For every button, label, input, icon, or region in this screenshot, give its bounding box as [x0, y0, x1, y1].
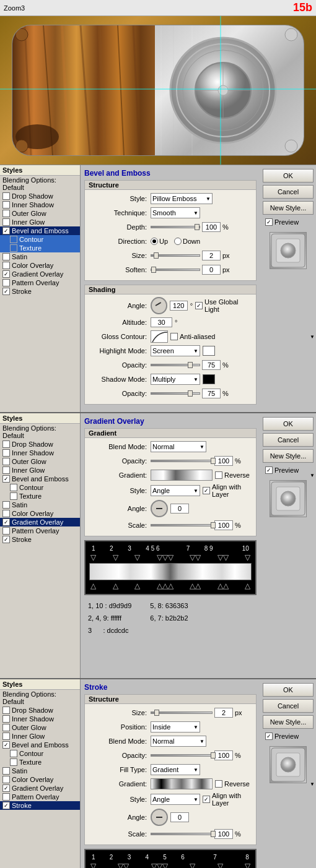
blending-options-3[interactable]: Blending Options: Default	[0, 690, 80, 706]
stroke-1[interactable]: Stroke	[0, 287, 80, 296]
angle-dial-3[interactable]	[151, 809, 168, 826]
shadow-opacity-value[interactable]: 75	[202, 389, 221, 398]
opacity-value-3[interactable]: 100	[214, 750, 233, 760]
cancel-button-2[interactable]: Cancel	[263, 433, 314, 447]
pattern-overlay-2[interactable]: Pattern Overlay	[0, 526, 80, 535]
preview-check-1[interactable]: Preview	[263, 217, 314, 227]
stroke-2[interactable]: Stroke	[0, 535, 80, 544]
gradient-overlay-check-1[interactable]	[2, 270, 10, 278]
new-style-button-2[interactable]: New Style...	[263, 449, 314, 463]
blending-options-2[interactable]: Blending Options: Default	[0, 424, 80, 440]
angle-value[interactable]: 120	[170, 301, 188, 311]
contour-1[interactable]: Contour	[0, 235, 80, 244]
opacity-slider-2[interactable]: 100 %	[151, 456, 241, 466]
preview-check-2[interactable]: Preview	[263, 465, 314, 475]
depth-value[interactable]: 100	[202, 222, 221, 232]
bevel-emboss-2[interactable]: Bevel and Emboss	[0, 475, 80, 483]
global-light-check[interactable]	[195, 302, 203, 309]
shadow-mode-dropdown[interactable]: Multiply ▼	[151, 374, 200, 385]
gradient-overlay-2[interactable]: Gradient Overlay	[0, 518, 80, 526]
color-overlay-1[interactable]: Color Overlay	[0, 261, 80, 270]
shadow-color[interactable]	[203, 374, 215, 384]
outer-glow-3[interactable]: Outer Glow	[0, 723, 80, 732]
direction-down[interactable]	[174, 238, 182, 245]
scale-value-2[interactable]: 100	[214, 520, 233, 530]
scale-slider-2[interactable]: 100 %	[151, 520, 241, 530]
direction-up[interactable]	[151, 238, 158, 245]
pattern-overlay-1[interactable]: Pattern Overlay	[0, 278, 80, 287]
inner-shadow-3[interactable]: Inner Shadow	[0, 715, 80, 723]
satin-3[interactable]: Satin	[0, 767, 80, 775]
depth-slider[interactable]: 100 %	[151, 222, 229, 232]
texture-1[interactable]: Texture	[0, 244, 80, 252]
color-overlay-2[interactable]: Color Overlay	[0, 509, 80, 518]
blending-options-1[interactable]: Blending Options: Default	[0, 176, 80, 192]
blend-mode-dropdown-2[interactable]: Normal ▼	[151, 441, 206, 452]
gradient-overlay-3[interactable]: Gradient Overlay	[0, 784, 80, 793]
gradient-overlay-1[interactable]: Gradient Overlay	[0, 270, 80, 278]
scale-value-3[interactable]: 100	[214, 829, 233, 839]
angle-dial-2[interactable]	[151, 500, 168, 517]
cancel-button-3[interactable]: Cancel	[263, 699, 314, 713]
gradient-preview-2[interactable]	[151, 470, 213, 481]
size-slider-3[interactable]: 2 px	[151, 708, 242, 718]
shadow-opacity-slider[interactable]: 75 %	[151, 389, 229, 398]
soften-slider[interactable]: 0 px	[151, 265, 230, 275]
angle-value-2[interactable]: 0	[170, 504, 189, 513]
opacity-value-2[interactable]: 100	[214, 456, 233, 466]
cancel-button-1[interactable]: Cancel	[263, 185, 314, 199]
size-value-3[interactable]: 2	[214, 708, 233, 718]
texture-3[interactable]: Texture	[0, 758, 80, 767]
opacity-slider-3[interactable]: 100 %	[151, 750, 241, 760]
stroke-3[interactable]: Stroke	[0, 801, 80, 810]
highlight-opacity-slider[interactable]: 75 %	[151, 360, 229, 370]
angle-value-3[interactable]: 0	[170, 812, 189, 822]
angle-dial[interactable]	[151, 297, 167, 314]
drop-shadow-1[interactable]: Drop Shadow	[0, 192, 80, 200]
inner-glow-check-1[interactable]	[2, 218, 10, 226]
color-overlay-check-1[interactable]	[2, 262, 10, 269]
satin-1[interactable]: Satin	[0, 252, 80, 261]
position-dropdown-3[interactable]: Inside ▼	[151, 721, 200, 733]
preview-check-3[interactable]: Preview	[263, 731, 314, 741]
satin-2[interactable]: Satin	[0, 501, 80, 509]
bevel-emboss-check-1[interactable]	[2, 227, 10, 234]
highlight-color[interactable]	[203, 346, 215, 356]
new-style-button-3[interactable]: New Style...	[263, 715, 314, 729]
contour-2[interactable]: Contour	[0, 483, 80, 492]
outer-glow-1[interactable]: Outer Glow	[0, 209, 80, 218]
inner-shadow-check-1[interactable]	[2, 201, 10, 208]
drop-shadow-2[interactable]: Drop Shadow	[0, 440, 80, 449]
align-layer-check-3[interactable]	[203, 796, 210, 803]
inner-shadow-2[interactable]: Inner Shadow	[0, 449, 80, 457]
size-value[interactable]: 2	[202, 251, 221, 260]
altitude-value[interactable]: 30	[151, 317, 172, 327]
texture-check-1[interactable]	[10, 244, 17, 252]
outer-glow-check-1[interactable]	[2, 210, 10, 217]
ok-button-1[interactable]: OK	[263, 169, 314, 183]
size-slider[interactable]: 2 px	[151, 251, 230, 260]
satin-check-1[interactable]	[2, 253, 10, 260]
anti-aliased-check[interactable]	[170, 333, 178, 340]
highlight-mode-dropdown[interactable]: Screen ▼	[151, 345, 200, 356]
inner-glow-2[interactable]: Inner Glow	[0, 466, 80, 475]
outer-glow-2[interactable]: Outer Glow	[0, 457, 80, 466]
new-style-button-1[interactable]: New Style...	[263, 201, 314, 215]
pattern-overlay-check-1[interactable]	[2, 279, 10, 286]
style-dropdown-3[interactable]: Angle ▼	[151, 794, 200, 805]
drop-shadow-check-1[interactable]	[2, 192, 10, 200]
pattern-overlay-3[interactable]: Pattern Overlay	[0, 793, 80, 801]
soften-value[interactable]: 0	[202, 265, 221, 275]
drop-shadow-3[interactable]: Drop Shadow	[0, 706, 80, 715]
style-dropdown-2[interactable]: Angle ▼	[151, 485, 200, 496]
highlight-opacity-value[interactable]: 75	[202, 360, 221, 370]
bevel-emboss-3[interactable]: Bevel and Emboss	[0, 741, 80, 749]
ok-button-3[interactable]: OK	[263, 683, 314, 697]
gradient-preview-3[interactable]	[151, 778, 213, 789]
scale-slider-3[interactable]: 100 %	[151, 829, 241, 839]
reverse-check-2[interactable]	[215, 471, 222, 479]
align-layer-check-2[interactable]	[203, 487, 210, 494]
inner-glow-3[interactable]: Inner Glow	[0, 732, 80, 741]
ok-button-2[interactable]: OK	[263, 417, 314, 431]
fill-type-dropdown-3[interactable]: Gradient ▼	[151, 764, 200, 775]
